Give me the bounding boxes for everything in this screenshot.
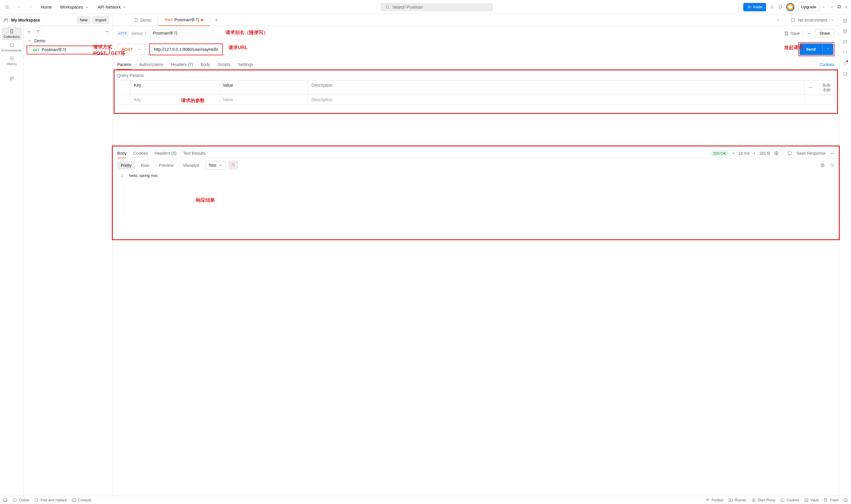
search-input[interactable]: Search Postman [380, 3, 493, 11]
chevron-down-icon[interactable] [776, 18, 781, 22]
minimize-icon[interactable] [830, 5, 834, 10]
new-button[interactable]: New [77, 16, 91, 24]
annotation-params: 请求的参数 [181, 97, 205, 104]
postbot-button[interactable]: Postbot [705, 498, 724, 503]
view-pretty[interactable]: Pretty [117, 161, 135, 169]
nav-collections[interactable]: Collections [2, 27, 22, 40]
request-header: HTTP Demo / Postman学习 请求别名（随便写） Save Sha… [113, 26, 838, 40]
key-input[interactable]: Key [130, 95, 219, 104]
resp-tab-headers[interactable]: Headers (5) [155, 148, 177, 158]
info-icon[interactable] [843, 72, 848, 76]
view-visualize[interactable]: Visualize [179, 161, 203, 169]
resp-tab-cookies[interactable]: Cookies [133, 148, 148, 158]
save-response-button[interactable]: Save Response [796, 151, 826, 156]
menu-icon[interactable] [2, 2, 12, 12]
chevron-down-icon[interactable] [806, 31, 811, 36]
resp-tab-tests[interactable]: Test Results [183, 148, 205, 158]
share-button[interactable]: Share [815, 29, 834, 38]
online-status[interactable]: Online [13, 498, 29, 503]
grid-icon [10, 76, 14, 81]
runner-button[interactable]: Runner [728, 498, 746, 503]
docs-icon[interactable] [843, 29, 848, 34]
avatar[interactable] [786, 3, 795, 11]
close-icon[interactable] [844, 5, 849, 10]
more-icon[interactable] [808, 85, 813, 90]
cookies-link[interactable]: Cookies [819, 62, 834, 67]
workspace-name[interactable]: My Workspace [3, 18, 40, 22]
copy-icon[interactable] [820, 163, 825, 168]
value-input[interactable]: Value [219, 95, 308, 104]
cookies-button[interactable]: Cookies [780, 498, 799, 503]
tab-demo[interactable]: Demo [127, 14, 158, 26]
subtab-auth[interactable]: Authorization [139, 60, 163, 69]
maximize-icon[interactable] [837, 5, 841, 10]
subtab-settings[interactable]: Settings [238, 60, 253, 69]
filter-icon[interactable] [34, 28, 42, 36]
new-tab-button[interactable] [210, 14, 223, 26]
sidebar-tools [24, 26, 113, 37]
nav-history[interactable]: History [2, 54, 22, 68]
nav-environments[interactable]: Environments [2, 41, 22, 54]
invite-button[interactable]: Invite [743, 3, 766, 11]
env-quicklook-icon[interactable] [843, 18, 848, 23]
forward-icon[interactable] [26, 2, 36, 12]
import-button[interactable]: Import [92, 16, 109, 24]
gear-icon[interactable] [769, 5, 774, 10]
svg-point-42 [806, 500, 807, 501]
panel-icon[interactable] [3, 498, 8, 503]
nav-api-network[interactable]: API Network [95, 3, 130, 11]
col-actions: Bulk Edit [804, 80, 834, 95]
bulk-edit-link[interactable]: Bulk Edit [816, 83, 831, 92]
globe-icon[interactable] [774, 151, 779, 156]
plus-icon[interactable] [26, 29, 31, 34]
col-desc: Description [308, 80, 804, 95]
subtab-params[interactable]: Params [117, 60, 131, 69]
request-name-input[interactable]: Postman学习 [150, 29, 181, 38]
find-replace-button[interactable]: Find and replace [34, 498, 67, 503]
wrap-lines-button[interactable] [228, 161, 238, 170]
view-preview[interactable]: Preview [155, 161, 177, 169]
environment-selector[interactable]: No environment [790, 18, 835, 22]
response-type-select[interactable]: Text [205, 161, 226, 170]
nav-home[interactable]: Home [38, 3, 55, 11]
right-rail [838, 14, 851, 496]
plus-icon [214, 18, 219, 22]
proxy-button[interactable]: Start Proxy [751, 498, 775, 503]
tab-request-active[interactable]: POST Postman学习 [158, 14, 210, 26]
back-icon[interactable] [14, 2, 24, 12]
code-icon[interactable] [843, 50, 848, 55]
method-select[interactable]: POST [117, 44, 145, 55]
table-row[interactable]: Key Value Description [118, 95, 834, 104]
search-icon[interactable] [830, 163, 834, 168]
desc-input[interactable]: Description [308, 95, 804, 104]
trash-button[interactable]: Trash [823, 498, 838, 503]
view-raw[interactable]: Raw [138, 161, 153, 169]
response-body[interactable]: 1 hello, spring mvc 响应结果 [113, 172, 838, 496]
comments-icon[interactable] [843, 40, 848, 44]
related-icon[interactable] [843, 61, 848, 66]
more-icon[interactable] [105, 29, 110, 34]
chevron-down-icon[interactable] [821, 5, 826, 10]
console-button[interactable]: Console [72, 498, 91, 503]
nav-workspaces[interactable]: Workspaces [57, 3, 92, 11]
collection-folder[interactable]: Demo [24, 37, 113, 44]
bell-icon[interactable] [778, 5, 783, 10]
send-dropdown[interactable] [822, 43, 833, 55]
subtab-headers[interactable]: Headers (7) [171, 60, 193, 69]
svg-point-17 [810, 87, 811, 88]
svg-point-14 [108, 31, 109, 32]
vault-button[interactable]: Vault [804, 498, 818, 503]
more-icon[interactable] [830, 151, 834, 156]
resp-tab-body[interactable]: Body [117, 148, 127, 158]
save-button[interactable]: Save [781, 29, 803, 38]
nav-more[interactable] [2, 74, 22, 83]
trash-icon [823, 498, 828, 503]
subtab-body[interactable]: Body [201, 60, 210, 69]
annotation-response: 响应结果 [196, 197, 215, 203]
svg-point-16 [809, 87, 810, 88]
breadcrumb[interactable]: Demo / [132, 31, 146, 36]
upgrade-button[interactable]: Upgrade [798, 3, 820, 11]
url-input[interactable]: http://127.0.0.1:8080/user/sayHello [149, 43, 223, 55]
layout-icon[interactable] [843, 498, 848, 503]
subtab-scripts[interactable]: Scripts [218, 60, 231, 69]
